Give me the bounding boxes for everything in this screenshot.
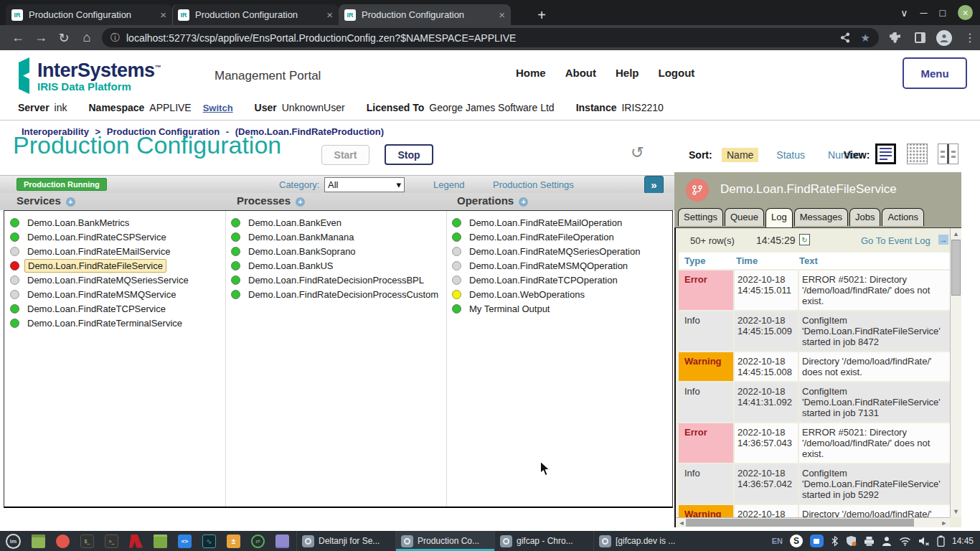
item-label[interactable]: My Terminal Output <box>466 303 552 315</box>
terminal-icon[interactable]: $_ <box>80 534 94 548</box>
service-item[interactable]: Demo.Loan.FindRateMQSeriesService <box>10 273 192 287</box>
item-label[interactable]: Demo.Loan.FindRateFileOperation <box>466 231 617 243</box>
panel-tab[interactable]: Messages <box>794 208 848 226</box>
expand-panel-button[interactable]: » <box>644 176 664 194</box>
scroll-up-icon[interactable]: ▲ <box>951 229 961 239</box>
close-window-button[interactable]: × <box>958 5 973 20</box>
process-item[interactable]: Demo.Loan.BankManana <box>231 230 441 244</box>
process-item[interactable]: Demo.Loan.FindRateDecisionProcessBPL <box>231 273 441 287</box>
panel-tab[interactable]: Settings <box>678 208 723 226</box>
item-label[interactable]: Demo.Loan.FindRateDecisionProcessCustom <box>245 288 441 301</box>
log-row[interactable]: Info 2022-10-18 14:45:15.009 ConfigItem … <box>679 311 950 351</box>
minimize-button[interactable]: ─ <box>920 7 928 19</box>
text-column-header[interactable]: Text <box>796 255 950 266</box>
process-item[interactable]: Demo.Loan.FindRateDecisionProcessCustom <box>231 287 441 301</box>
item-label[interactable]: Demo.Loan.FindRateTCPOperation <box>466 274 621 286</box>
type-column-header[interactable]: Type <box>679 255 733 266</box>
legend-link[interactable]: Legend <box>433 179 464 190</box>
taskbar-window-button[interactable]: [gifcap.dev is ... <box>593 531 692 551</box>
scroll-down-icon[interactable]: ▼ <box>951 507 961 517</box>
back-icon[interactable]: ← <box>7 25 29 50</box>
item-label[interactable]: Demo.Loan.FindRateMQSeriesOperation <box>466 245 643 258</box>
service-item[interactable]: Demo.Loan.BankMetrics <box>10 215 192 230</box>
item-label[interactable]: Demo.Loan.FindRateEMailOperation <box>466 217 625 229</box>
tab-close-icon[interactable]: × <box>499 9 505 21</box>
item-label[interactable]: Demo.Loan.FindRateMSMQService <box>24 288 179 301</box>
switch-link[interactable]: Switch <box>203 103 233 113</box>
operation-item[interactable]: Demo.Loan.FindRateTCPOperation <box>452 273 643 287</box>
skype-tray-icon[interactable]: S <box>790 534 803 547</box>
share-icon[interactable] <box>840 32 851 43</box>
item-label[interactable]: Demo.Loan.BankUS <box>245 260 336 272</box>
sort-option[interactable]: Name <box>722 148 758 162</box>
panel-vertical-scrollbar[interactable]: ▲ ▼ <box>950 228 961 517</box>
sort-option[interactable]: Status <box>771 148 810 162</box>
app-orange-icon[interactable] <box>56 534 70 548</box>
log-row[interactable]: Warning 2022-10-18 14:45:15.008 Director… <box>679 352 950 381</box>
side-panel-icon[interactable] <box>908 25 931 50</box>
terminal-2-icon[interactable]: >_ <box>105 534 118 548</box>
maximize-button[interactable]: □ <box>940 7 946 19</box>
tab-close-icon[interactable]: × <box>326 9 333 21</box>
scrollbar-thumb[interactable] <box>951 240 961 296</box>
browser-tab[interactable]: IR Production Configuration × <box>339 4 511 25</box>
item-label[interactable]: Demo.Loan.FindRateMQSeriesService <box>24 274 192 286</box>
address-bar[interactable]: ⓘ localhost:52773/csp/applive/EnsPortal.… <box>102 28 879 47</box>
scrollbar-thumb[interactable] <box>686 519 914 527</box>
operation-item[interactable]: Demo.Loan.FindRateMSMQOperation <box>452 258 643 273</box>
bluetooth-icon[interactable] <box>831 535 839 547</box>
service-item[interactable]: Demo.Loan.FindRateEMailService <box>10 244 192 258</box>
text-editor-icon[interactable] <box>275 534 289 548</box>
wifi-icon[interactable] <box>899 537 911 546</box>
panel-tab[interactable]: Jobs <box>849 208 880 226</box>
browser-tab[interactable]: IR Production Configuration × <box>6 4 172 25</box>
site-info-icon[interactable]: ⓘ <box>110 32 120 44</box>
taskbar-window-button[interactable]: gifcap - Chro... <box>494 531 593 551</box>
scroll-right-icon[interactable]: ► <box>939 518 949 527</box>
panel-horizontal-scrollbar[interactable]: ◄ ► <box>676 517 950 527</box>
refresh-log-icon[interactable]: ↻ <box>799 234 810 245</box>
taskbar-window-button[interactable]: Production Co... <box>395 531 494 551</box>
calculator-icon[interactable]: ± <box>227 534 240 548</box>
reload-icon[interactable]: ↻ <box>53 25 75 50</box>
add-process-icon[interactable]: + <box>296 197 305 207</box>
new-tab-button[interactable]: + <box>532 6 551 24</box>
window-list-icon[interactable] <box>32 534 45 548</box>
view-split-button[interactable] <box>938 143 958 164</box>
item-label[interactable]: Demo.Loan.WebOperations <box>466 288 588 301</box>
item-label[interactable]: Demo.Loan.FindRateCSPService <box>24 231 169 243</box>
operation-item[interactable]: Demo.Loan.FindRateFileOperation <box>452 230 643 244</box>
forward-icon[interactable]: → <box>30 25 52 50</box>
stop-button[interactable]: Stop <box>385 144 433 165</box>
item-label[interactable]: Demo.Loan.BankEven <box>245 217 344 229</box>
item-label[interactable]: Demo.Loan.FindRateDecisionProcessBPL <box>245 274 427 286</box>
panel-tab[interactable]: Actions <box>882 208 924 226</box>
log-row[interactable]: Error 2022-10-18 14:45:15.011 ERROR #502… <box>679 270 950 310</box>
item-label[interactable]: Demo.Loan.FindRateTerminalService <box>24 317 185 329</box>
browser-tab[interactable]: IR Production Configuration × <box>172 4 339 25</box>
printer-icon[interactable] <box>864 536 875 547</box>
operation-item[interactable]: My Terminal Output <box>452 301 643 316</box>
tab-close-icon[interactable]: × <box>160 9 166 21</box>
item-label[interactable]: Demo.Loan.FindRateEMailService <box>24 245 173 258</box>
start-button[interactable]: Start <box>321 145 369 165</box>
log-row[interactable]: Info 2022-10-18 14:36:57.042 ConfigItem … <box>679 464 950 504</box>
files-folder-icon[interactable] <box>154 534 167 548</box>
scroll-left-icon[interactable]: ◄ <box>677 518 687 527</box>
home-icon[interactable]: ⌂ <box>76 25 98 50</box>
extensions-puzzle-icon[interactable] <box>883 25 906 50</box>
service-item[interactable]: Demo.Loan.FindRateTerminalService <box>10 316 192 330</box>
service-item[interactable]: Demo.Loan.FindRateCSPService <box>10 230 192 244</box>
nav-link[interactable]: Logout <box>659 67 695 79</box>
nav-link[interactable]: Home <box>516 67 546 79</box>
item-label[interactable]: Demo.Loan.BankManana <box>245 231 357 243</box>
url-text[interactable]: localhost:52773/csp/applive/EnsPortal.Pr… <box>126 32 840 44</box>
browser-menu-icon[interactable]: ⋮ <box>958 25 980 50</box>
camera-tray-icon[interactable] <box>810 534 824 547</box>
operation-item[interactable]: Demo.Loan.FindRateEMailOperation <box>452 215 643 230</box>
log-row[interactable]: Info 2022-10-18 14:41:31.092 ConfigItem … <box>679 382 950 422</box>
app-red-icon[interactable] <box>129 534 143 548</box>
add-service-icon[interactable]: + <box>66 197 75 207</box>
sync-app-icon[interactable]: ⇄ <box>251 534 265 548</box>
go-to-event-log-link[interactable]: Go To Event Log <box>861 235 930 246</box>
